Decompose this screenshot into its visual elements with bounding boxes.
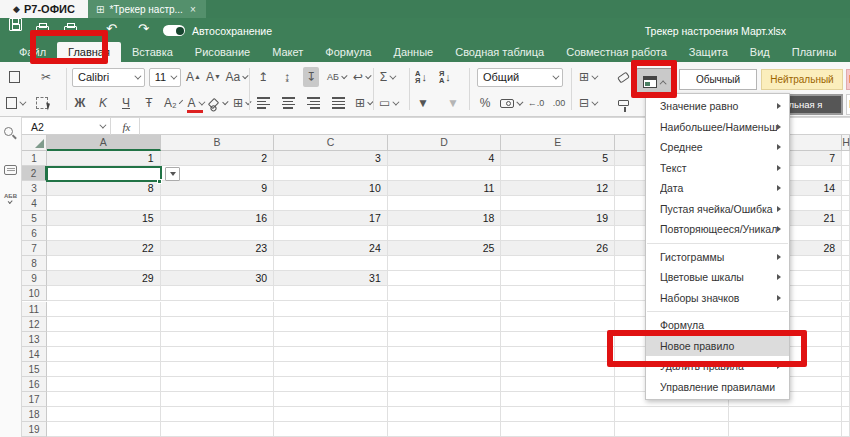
row-header-14[interactable]: 14	[22, 347, 47, 362]
ribbon-tab-Данные[interactable]: Данные	[382, 42, 444, 62]
cell-D5[interactable]: 18	[388, 211, 502, 226]
menu-item[interactable]: Наборы значков	[646, 288, 789, 309]
cell-C6[interactable]	[274, 226, 388, 241]
cell-D9[interactable]	[388, 271, 502, 286]
cell-style-next[interactable]: Г	[846, 94, 850, 115]
cell-H16[interactable]	[842, 377, 850, 392]
cell-H14[interactable]	[842, 347, 850, 362]
cell-E3[interactable]: 12	[501, 181, 615, 196]
document-tab[interactable]: ⊞ *Трекер настр... ×	[88, 0, 206, 18]
cell-B13[interactable]	[161, 332, 275, 347]
cell-H7[interactable]	[842, 241, 850, 256]
cell-E5[interactable]: 19	[501, 211, 615, 226]
cell-H18[interactable]	[842, 407, 850, 422]
strikethrough-button[interactable]: Ŧ	[141, 93, 157, 113]
cell-E14[interactable]	[501, 347, 615, 362]
cell-B9[interactable]: 30	[161, 271, 275, 286]
cell-E16[interactable]	[501, 377, 615, 392]
menu-item[interactable]: Наибольшее/Наименьшее	[646, 117, 789, 138]
cell-A19[interactable]	[47, 422, 161, 437]
ribbon-tab-Вставка[interactable]: Вставка	[121, 42, 184, 62]
search-icon[interactable]	[4, 127, 13, 136]
menu-item[interactable]: Значение равно	[646, 96, 789, 117]
ribbon-tab-Формула[interactable]: Формула	[314, 42, 382, 62]
merge-cells-button[interactable]: ⊞	[355, 93, 371, 113]
align-top-button[interactable]: ↥	[255, 67, 271, 87]
menu-item[interactable]: Цветовые шкалы	[646, 267, 789, 288]
comments-icon[interactable]	[4, 165, 17, 175]
cell-B4[interactable]	[161, 196, 275, 211]
cell-style-normal[interactable]: Обычный	[679, 69, 757, 90]
row-header-9[interactable]: 9	[22, 271, 47, 286]
row-header-8[interactable]: 8	[22, 256, 47, 271]
cell-C19[interactable]	[274, 422, 388, 437]
cell-F19[interactable]	[615, 422, 729, 437]
row-header-7[interactable]: 7	[22, 241, 47, 256]
decrease-font-button[interactable]: A▼	[205, 67, 221, 87]
cell-C8[interactable]	[274, 256, 388, 271]
close-icon[interactable]: ×	[190, 4, 196, 15]
cell-H3[interactable]	[842, 181, 850, 196]
cell-H19[interactable]	[842, 422, 850, 437]
cell-B19[interactable]	[161, 422, 275, 437]
justify-button[interactable]	[330, 93, 346, 113]
cell-C18[interactable]	[274, 407, 388, 422]
align-right-button[interactable]	[305, 93, 321, 113]
autosum-button[interactable]: Σ	[379, 67, 395, 87]
cell-A11[interactable]	[47, 302, 161, 317]
font-name-select[interactable]: Calibri	[72, 68, 145, 87]
cell-B3[interactable]: 9	[161, 181, 275, 196]
cell-H13[interactable]	[842, 332, 850, 347]
font-color-button[interactable]: А	[187, 93, 203, 113]
cell-H8[interactable]	[842, 256, 850, 271]
cell-A10[interactable]	[47, 286, 161, 301]
menu-item[interactable]: Повторяющееся/Уникальное	[646, 219, 789, 240]
cell-D6[interactable]	[388, 226, 502, 241]
cell-D7[interactable]: 25	[388, 241, 502, 256]
cell-E1[interactable]: 5	[501, 151, 615, 166]
align-bottom-button[interactable]: ↧	[303, 67, 319, 87]
cell-D19[interactable]	[388, 422, 502, 437]
cell-C14[interactable]	[274, 347, 388, 362]
cell-D2[interactable]	[388, 166, 502, 181]
row-header-4[interactable]: 4	[22, 196, 47, 211]
cell-C15[interactable]	[274, 362, 388, 377]
row-header-17[interactable]: 17	[22, 392, 47, 407]
font-size-select[interactable]: 11	[149, 68, 182, 87]
ribbon-tab-Защита[interactable]: Защита	[678, 42, 739, 62]
cell-E4[interactable]	[501, 196, 615, 211]
cell-G19[interactable]	[729, 422, 843, 437]
cell-F18[interactable]	[615, 407, 729, 422]
menu-item[interactable]: Текст	[646, 158, 789, 179]
number-format-select[interactable]: Общий	[477, 68, 563, 87]
row-header-15[interactable]: 15	[22, 362, 47, 377]
cell-H1[interactable]	[842, 151, 850, 166]
ribbon-tab-Сводная таблица[interactable]: Сводная таблица	[444, 42, 555, 62]
increase-font-button[interactable]: A▲	[185, 67, 201, 87]
paste-button[interactable]	[6, 93, 24, 113]
named-range-button[interactable]: ▭	[379, 93, 397, 113]
select-all-corner[interactable]	[22, 135, 47, 151]
bold-button[interactable]: Ж	[72, 93, 88, 113]
ribbon-tab-Вид[interactable]: Вид	[739, 42, 781, 62]
cell-C16[interactable]	[274, 377, 388, 392]
cell-D17[interactable]	[388, 392, 502, 407]
cell-B15[interactable]	[161, 362, 275, 377]
cell-A8[interactable]	[47, 256, 161, 271]
italic-button[interactable]: K	[95, 93, 111, 113]
fill-handle[interactable]	[157, 179, 162, 184]
percent-style-button[interactable]: %	[477, 93, 493, 113]
row-header-16[interactable]: 16	[22, 377, 47, 392]
cell-D1[interactable]: 4	[388, 151, 502, 166]
cell-E13[interactable]	[501, 332, 615, 347]
column-header-H[interactable]: H	[842, 135, 850, 151]
cell-style-bad[interactable]: П	[846, 69, 850, 90]
column-header-A[interactable]: A	[47, 135, 161, 151]
menu-item[interactable]: Среднее	[646, 137, 789, 158]
cell-A7[interactable]: 22	[47, 241, 161, 256]
cell-C12[interactable]	[274, 317, 388, 332]
cell-A17[interactable]	[47, 392, 161, 407]
row-header-5[interactable]: 5	[22, 211, 47, 226]
cell-D12[interactable]	[388, 317, 502, 332]
cell-C17[interactable]	[274, 392, 388, 407]
